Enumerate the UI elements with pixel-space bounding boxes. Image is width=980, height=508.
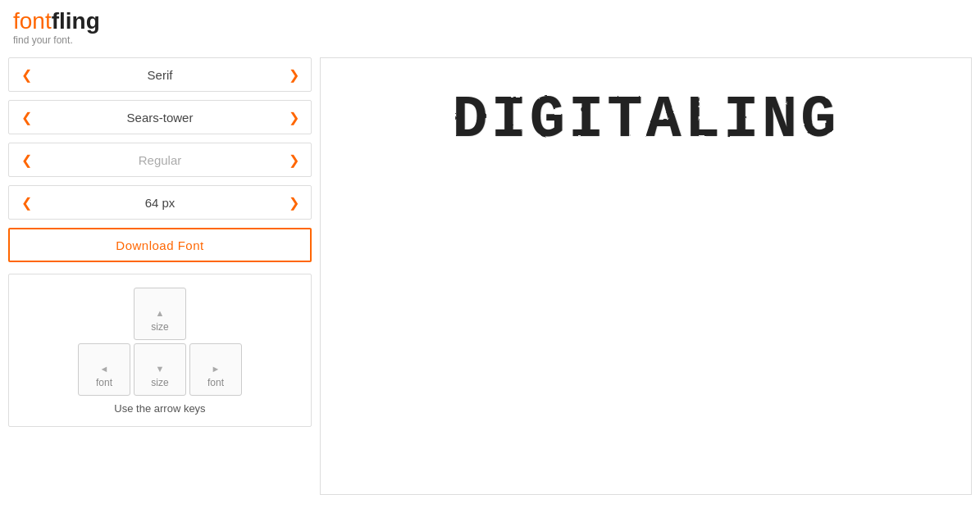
up-arrow-icon: ▲ — [156, 308, 165, 318]
category-prev-button[interactable]: ❮ — [9, 58, 43, 91]
font-next-button[interactable]: ❯ — [276, 101, 311, 134]
arrow-keys-grid: ▲ size ◄ font ▼ size ► — [78, 288, 242, 396]
logo-font-text: font — [13, 8, 52, 34]
left-key-label: font — [96, 377, 112, 388]
style-selector: ❮ Regular ❯ — [8, 143, 312, 177]
key-left: ◄ font — [78, 343, 130, 396]
category-next-button[interactable]: ❯ — [276, 58, 311, 91]
category-selector: ❮ Serif ❯ — [8, 57, 312, 92]
key-down: ▼ size — [134, 343, 186, 396]
down-key-label: size — [151, 377, 168, 388]
logo: fontfling — [13, 10, 967, 33]
arrow-info-box: ▲ size ◄ font ▼ size ► — [8, 274, 312, 427]
style-label: Regular — [43, 153, 276, 167]
size-prev-button[interactable]: ❮ — [9, 186, 43, 219]
arrow-info-text: Use the arrow keys — [114, 402, 205, 415]
font-preview-panel: DIGITALING — [320, 57, 972, 495]
size-selector: ❮ 64 px ❯ — [8, 185, 312, 220]
arrow-row-top: ▲ size — [134, 288, 186, 340]
right-arrow-icon: ► — [212, 364, 221, 374]
font-name-label: Sears-tower — [43, 111, 276, 125]
main-layout: ❮ Serif ❯ ❮ Sears-tower ❯ ❮ Regular ❯ ❮ … — [0, 51, 980, 501]
logo-area: fontfling find your font. — [0, 0, 980, 51]
key-up: ▲ size — [134, 288, 186, 340]
style-prev-button[interactable]: ❮ — [9, 143, 43, 176]
up-key-label: size — [151, 321, 168, 333]
arrow-row-bottom: ◄ font ▼ size ► font — [78, 343, 242, 396]
down-arrow-icon: ▼ — [156, 364, 165, 374]
left-panel: ❮ Serif ❯ ❮ Sears-tower ❯ ❮ Regular ❯ ❮ … — [0, 51, 320, 501]
size-label: 64 px — [43, 196, 276, 210]
style-next-button[interactable]: ❯ — [276, 143, 311, 176]
key-right: ► font — [189, 343, 242, 396]
logo-tagline: find your font. — [13, 34, 967, 46]
size-next-button[interactable]: ❯ — [276, 186, 311, 219]
right-key-label: font — [207, 377, 224, 388]
font-preview-text: DIGITALING — [452, 91, 839, 150]
category-label: Serif — [43, 68, 276, 82]
left-arrow-icon: ◄ — [100, 364, 109, 374]
logo-fling-text: fling — [52, 8, 100, 34]
download-font-button[interactable]: Download Font — [8, 228, 312, 262]
font-prev-button[interactable]: ❮ — [9, 101, 43, 134]
font-name-selector: ❮ Sears-tower ❯ — [8, 100, 312, 134]
